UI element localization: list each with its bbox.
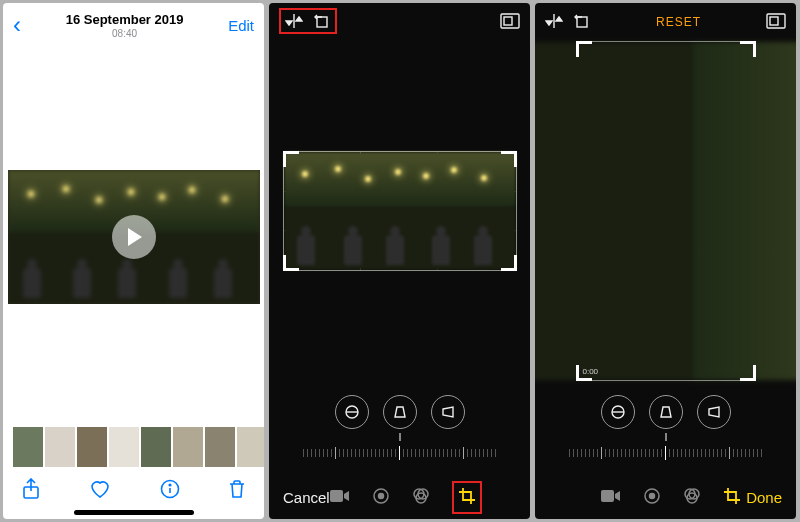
thumbnail[interactable]	[13, 427, 43, 467]
thumbnail[interactable]	[205, 427, 235, 467]
crop-editor-screen: Cancel Done	[269, 3, 530, 519]
crop-handle-tl[interactable]	[576, 41, 592, 57]
crop-frame[interactable]	[283, 151, 517, 271]
favorite-icon[interactable]	[89, 479, 111, 499]
highlight-flip-rotate	[279, 8, 337, 34]
edit-button[interactable]: Edit	[228, 17, 254, 34]
nav-bar: ‹ 16 September 2019 08:40 Edit	[3, 3, 264, 47]
flip-icon[interactable]	[545, 13, 563, 29]
crop-top-bar	[269, 3, 530, 39]
crop-handle-tr[interactable]	[501, 151, 517, 167]
filters-tab-icon[interactable]	[412, 487, 430, 508]
crop-tab-icon[interactable]	[452, 481, 482, 514]
svg-rect-7	[330, 490, 343, 502]
title-group: 16 September 2019 08:40	[66, 12, 184, 39]
angle-dial[interactable]	[535, 441, 796, 465]
crop-tab-icon[interactable]	[723, 487, 741, 508]
video-preview[interactable]	[8, 170, 260, 304]
svg-rect-17	[601, 490, 614, 502]
horizontal-perspective-button[interactable]	[697, 395, 731, 429]
adjust-tab-icon[interactable]	[372, 487, 390, 508]
share-icon[interactable]	[21, 478, 41, 500]
vertical-perspective-button[interactable]	[383, 395, 417, 429]
back-button[interactable]: ‹	[13, 13, 21, 37]
svg-point-2	[169, 484, 171, 486]
thumbnail-strip[interactable]	[3, 427, 264, 467]
adjust-buttons	[269, 395, 530, 429]
crop-handle-br[interactable]	[501, 255, 517, 271]
crop-handle-tl[interactable]	[283, 151, 299, 167]
crop-handle-tr[interactable]	[740, 41, 756, 57]
thumbnail[interactable]	[173, 427, 203, 467]
svg-rect-15	[770, 17, 778, 25]
reset-button[interactable]: RESET	[656, 15, 701, 29]
adjust-buttons	[535, 395, 796, 429]
play-icon[interactable]	[112, 215, 156, 259]
crop-canvas[interactable]	[269, 39, 530, 383]
cancel-button[interactable]: Cancel	[283, 489, 330, 506]
flip-icon[interactable]	[285, 13, 303, 29]
svg-point-19	[649, 493, 654, 498]
home-indicator[interactable]	[74, 510, 194, 515]
thumbnail[interactable]	[237, 427, 264, 467]
thumbnail[interactable]	[45, 427, 75, 467]
bottom-toolbar	[3, 467, 264, 511]
adjust-tab-icon[interactable]	[643, 487, 661, 508]
rotate-icon[interactable]	[313, 12, 331, 30]
video-tab-icon[interactable]	[601, 489, 621, 506]
vertical-perspective-button[interactable]	[649, 395, 683, 429]
crop-canvas[interactable]: 0:00	[535, 39, 796, 383]
media-viewport[interactable]	[3, 47, 264, 427]
aspect-ratio-icon[interactable]	[766, 13, 786, 29]
angle-dial[interactable]	[269, 441, 530, 465]
svg-rect-13	[577, 17, 587, 27]
aspect-ratio-icon[interactable]	[500, 13, 520, 29]
svg-rect-3	[317, 17, 327, 27]
rotate-icon[interactable]	[573, 12, 591, 30]
photo-date: 16 September 2019	[66, 12, 184, 27]
svg-point-9	[378, 493, 383, 498]
crop-handle-bl[interactable]	[283, 255, 299, 271]
info-icon[interactable]	[160, 479, 180, 499]
horizontal-perspective-button[interactable]	[431, 395, 465, 429]
crop-editor-rotated-screen: RESET	[535, 3, 796, 519]
svg-rect-5	[504, 17, 512, 25]
filters-tab-icon[interactable]	[683, 487, 701, 508]
photos-viewer-screen: ‹ 16 September 2019 08:40 Edit	[3, 3, 264, 519]
done-button[interactable]: Done	[746, 489, 782, 506]
crop-frame[interactable]: 0:00	[576, 41, 756, 381]
straighten-button[interactable]	[335, 395, 369, 429]
video-timestamp: 0:00	[583, 367, 599, 376]
thumbnail[interactable]	[109, 427, 139, 467]
thumbnail[interactable]	[141, 427, 171, 467]
trash-icon[interactable]	[228, 479, 246, 499]
editor-tab-bar: Cancel Done	[535, 475, 796, 519]
thumbnail[interactable]	[77, 427, 107, 467]
photo-time: 08:40	[66, 28, 184, 39]
crop-handle-br[interactable]	[740, 365, 756, 381]
editor-tab-bar: Cancel Done	[269, 475, 530, 519]
video-tab-icon[interactable]	[330, 489, 350, 506]
straighten-button[interactable]	[601, 395, 635, 429]
crop-top-bar: RESET	[535, 3, 796, 39]
